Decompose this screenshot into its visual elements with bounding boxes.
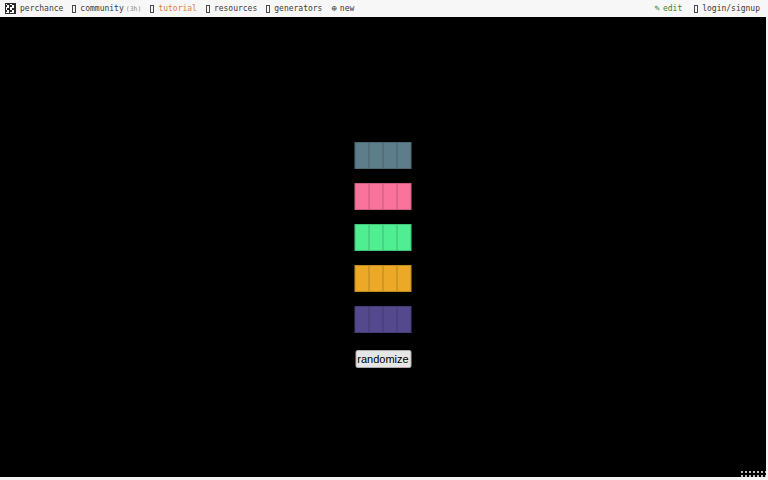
topbar-right-group: ✎ edit login/signup — [643, 4, 760, 13]
tutorial-icon — [150, 5, 154, 13]
login-signup-button[interactable]: login/signup — [694, 4, 760, 13]
color-swatch-cell — [383, 184, 397, 209]
resources-label: resources — [214, 4, 257, 13]
edit-label: edit — [663, 4, 682, 13]
color-swatch-cell — [356, 266, 369, 291]
color-swatch-cell — [397, 225, 411, 250]
perchance-home-link[interactable]: perchance — [5, 3, 63, 14]
randomize-button[interactable]: randomize — [355, 350, 411, 368]
color-swatch-cell — [383, 307, 397, 332]
nav-item-tutorial[interactable]: tutorial — [150, 4, 197, 13]
tutorial-label: tutorial — [158, 4, 197, 13]
nav-item-generators[interactable]: generators — [266, 4, 322, 13]
color-swatch-cell — [356, 225, 369, 250]
color-swatch-cell — [356, 143, 369, 168]
generators-label: generators — [274, 4, 322, 13]
community-activity-badge: (3h) — [126, 5, 142, 13]
color-swatch-cell — [397, 143, 411, 168]
color-swatch-cell — [369, 307, 383, 332]
color-swatch-cell — [397, 184, 411, 209]
resize-grip-icon[interactable] — [740, 470, 766, 479]
color-swatch-cell — [397, 307, 411, 332]
color-swatch-cell — [369, 266, 383, 291]
login-signup-label: login/signup — [702, 4, 760, 13]
community-label: community — [80, 4, 123, 13]
color-swatch-cell — [369, 184, 383, 209]
color-swatch-row-purple — [355, 306, 412, 333]
color-swatch-cell — [369, 225, 383, 250]
color-swatch-row-amber — [355, 265, 412, 292]
color-swatch-cell — [356, 184, 369, 209]
generator-output-frame: randomize — [0, 17, 766, 477]
color-swatch-row-pink — [355, 183, 412, 210]
topbar: perchance community (3h) tutorial resour… — [0, 0, 768, 17]
community-icon — [72, 5, 76, 13]
color-swatch-cell — [383, 143, 397, 168]
color-swatch-cell — [369, 143, 383, 168]
nav-item-resources[interactable]: resources — [206, 4, 257, 13]
generators-icon — [266, 5, 270, 13]
color-swatch-cell — [356, 307, 369, 332]
swatch-column: randomize — [355, 142, 412, 368]
swatch-rows-container — [355, 142, 412, 347]
perchance-logo-icon — [5, 3, 16, 14]
edit-button[interactable]: ✎ edit — [655, 4, 683, 13]
nav-item-new[interactable]: ⊕ new — [331, 4, 354, 13]
pencil-edit-icon: ✎ — [655, 4, 660, 13]
new-label: new — [340, 4, 354, 13]
resources-icon — [206, 5, 210, 13]
color-swatch-cell — [397, 266, 411, 291]
color-swatch-cell — [383, 225, 397, 250]
color-swatch-row-slate — [355, 142, 412, 169]
site-name: perchance — [20, 4, 63, 13]
user-person-icon — [694, 5, 698, 13]
new-generator-plus-icon: ⊕ — [331, 4, 336, 13]
nav-item-community[interactable]: community (3h) — [72, 4, 141, 13]
color-swatch-row-green — [355, 224, 412, 251]
color-swatch-cell — [383, 266, 397, 291]
